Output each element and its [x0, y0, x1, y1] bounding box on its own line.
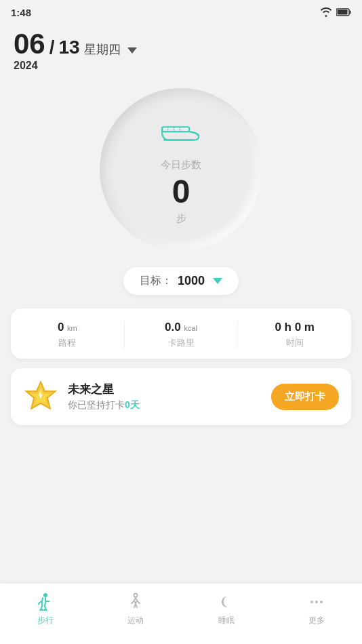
stat-distance-name: 路程: [58, 337, 76, 349]
date-day: 06: [14, 30, 45, 58]
svg-point-7: [134, 594, 138, 597]
steps-unit: 步: [176, 212, 186, 225]
date-dropdown-arrow[interactable]: [127, 47, 137, 54]
svg-rect-2: [338, 10, 348, 15]
walking-icon: [35, 592, 56, 612]
stat-calories-name: 卡路里: [168, 337, 195, 349]
stat-calories-unit: kcal: [184, 324, 197, 332]
stat-distance-unit: km: [67, 324, 77, 332]
badge-title: 未来之星: [68, 382, 262, 397]
nav-item-sleep[interactable]: 睡眠: [181, 592, 272, 626]
sports-icon: [125, 592, 146, 612]
date-year: 2024: [14, 60, 348, 72]
battery-icon: [336, 8, 351, 16]
wifi-icon: [320, 7, 332, 17]
date-slash: /: [49, 37, 55, 58]
sleep-icon: [216, 592, 237, 612]
stat-calories: 0.0 kcal 卡路里: [124, 321, 238, 349]
svg-point-9: [315, 601, 318, 603]
nav-item-more[interactable]: 更多: [272, 592, 363, 626]
shoe-icon: [157, 114, 205, 152]
badge-icon: [23, 379, 58, 414]
stat-time-name: 时间: [286, 337, 304, 349]
svg-point-8: [310, 601, 313, 603]
stat-time: 0 h 0 m 时间: [237, 321, 351, 349]
stat-time-value: 0 h 0 m: [275, 321, 315, 334]
stat-calories-value: 0.0 kcal: [165, 321, 197, 334]
bottom-nav: 步行 运动 睡眠 更多: [0, 583, 362, 644]
svg-point-6: [43, 593, 47, 597]
stats-card: 0 km 路程 0.0 kcal 卡路里 0 h 0 m 时间: [11, 308, 351, 359]
steps-count: 0: [172, 176, 190, 208]
badge-subtitle-prefix: 你已坚持打卡: [68, 399, 125, 410]
nav-item-sports[interactable]: 运动: [91, 592, 182, 626]
nav-label-sleep: 睡眠: [218, 615, 235, 626]
nav-label-more: 更多: [308, 615, 325, 626]
nav-label-walking: 步行: [37, 615, 54, 626]
status-bar: 1:48: [0, 0, 362, 24]
circle-section: 今日步数 0 步 目标： 1000: [0, 88, 362, 295]
status-icons: [320, 7, 351, 17]
goal-label: 目标：: [140, 274, 172, 288]
badge-card: 未来之星 你已坚持打卡0天 立即打卡: [11, 368, 351, 425]
steps-circle: 今日步数 0 步: [100, 88, 262, 251]
goal-row[interactable]: 目标： 1000: [123, 267, 239, 295]
date-dow: 星期四: [84, 41, 121, 58]
date-row[interactable]: 06 / 13 星期四: [14, 30, 348, 58]
badge-days-unit: 天: [130, 399, 140, 410]
svg-rect-1: [350, 11, 351, 14]
check-in-button[interactable]: 立即打卡: [271, 384, 339, 410]
nav-item-walking[interactable]: 步行: [0, 592, 91, 626]
svg-point-10: [320, 601, 323, 603]
more-icon: [306, 592, 327, 612]
badge-days: 0: [125, 399, 130, 410]
header: 06 / 13 星期四 2024: [0, 24, 362, 75]
status-time: 1:48: [11, 7, 31, 18]
stat-distance-value: 0 km: [58, 321, 77, 334]
nav-label-sports: 运动: [127, 615, 144, 626]
stat-distance: 0 km 路程: [11, 321, 124, 349]
date-month: 13: [59, 37, 80, 58]
goal-dropdown-arrow[interactable]: [213, 278, 222, 284]
badge-subtitle: 你已坚持打卡0天: [68, 399, 262, 411]
badge-info: 未来之星 你已坚持打卡0天: [68, 382, 262, 411]
steps-label: 今日步数: [161, 159, 201, 172]
goal-value: 1000: [178, 274, 205, 288]
